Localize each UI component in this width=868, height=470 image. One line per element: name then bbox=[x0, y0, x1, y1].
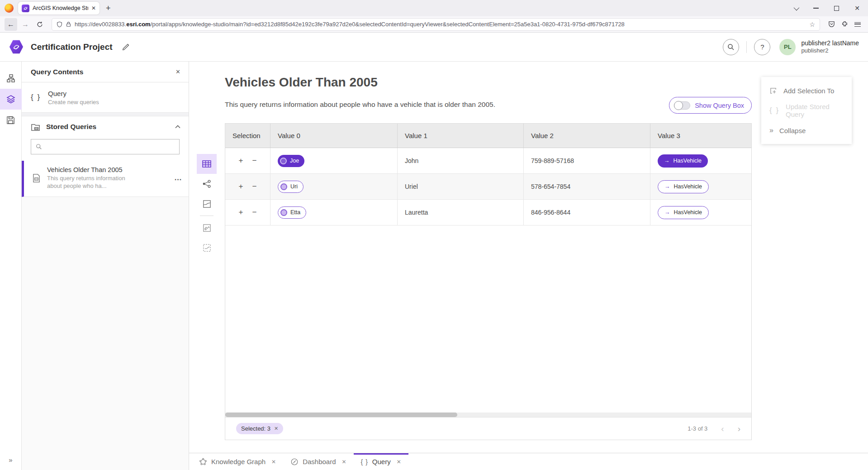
browser-tab[interactable]: ArcGIS Knowledge Studio ✕ bbox=[18, 2, 100, 14]
toggle-track[interactable] bbox=[674, 101, 690, 110]
column-header-value3[interactable]: Value 3 bbox=[650, 124, 751, 148]
stored-queries-header[interactable]: Stored Queries bbox=[22, 116, 189, 137]
relationship-pill[interactable]: →HasVehicle bbox=[658, 180, 709, 193]
entity-pill[interactable]: Joe bbox=[278, 155, 304, 167]
column-header-selection[interactable]: Selection bbox=[225, 124, 270, 148]
remove-selection-button[interactable]: − bbox=[252, 208, 257, 217]
entity-pill[interactable]: Uri bbox=[278, 181, 304, 193]
tab-query[interactable]: { } Query ✕ bbox=[354, 453, 408, 470]
selected-count-label: Selected: 3 bbox=[241, 425, 270, 432]
left-rail: » bbox=[0, 62, 22, 470]
add-to-map-button[interactable] bbox=[197, 218, 217, 238]
lock-icon[interactable] bbox=[66, 21, 71, 27]
table-row[interactable]: + − Joe John 759-889-57168 →HasVehicle bbox=[225, 148, 751, 174]
previous-page-button[interactable]: ‹ bbox=[721, 424, 724, 433]
pocket-icon[interactable] bbox=[828, 21, 835, 28]
query-list-item[interactable]: { } Query Create new queries bbox=[22, 82, 189, 112]
rail-item-save[interactable] bbox=[0, 110, 22, 130]
arcgis-knowledge-studio-app: Certification Project ? PL publisher2 la… bbox=[0, 33, 868, 470]
clear-selection-icon[interactable]: ✕ bbox=[274, 426, 278, 432]
tab-close-icon[interactable]: ✕ bbox=[397, 459, 401, 465]
menu-item-update-stored-query[interactable]: { } Update Stored Query bbox=[761, 101, 852, 120]
add-selection-button[interactable]: + bbox=[239, 156, 243, 165]
table-row[interactable]: + − Etta Lauretta 846-956-8644 →HasVehic… bbox=[225, 200, 751, 225]
pagination-count: 1-3 of 3 bbox=[688, 425, 707, 432]
user-info[interactable]: publisher2 lastName publisher2 bbox=[801, 39, 859, 55]
table-view-button[interactable] bbox=[197, 154, 217, 174]
search-button[interactable] bbox=[723, 39, 739, 55]
menu-item-add-selection-to[interactable]: Add Selection To bbox=[761, 81, 852, 101]
cell-value1[interactable]: Uriel bbox=[398, 174, 524, 199]
add-selection-icon bbox=[769, 87, 777, 95]
cell-value1[interactable]: John bbox=[398, 148, 524, 173]
column-header-value1[interactable]: Value 1 bbox=[398, 124, 524, 148]
braces-icon: { } bbox=[769, 106, 779, 115]
list-tabs-icon[interactable] bbox=[794, 5, 800, 10]
panel-close-icon[interactable]: ✕ bbox=[175, 68, 180, 75]
table-row[interactable]: + − Uri Uriel 578-654-7854 →HasVehicle bbox=[225, 174, 751, 200]
edit-title-button[interactable] bbox=[122, 43, 130, 51]
item-options-icon[interactable]: … bbox=[174, 173, 182, 182]
query-contents-panel: Query Contents ✕ { } Query Create new qu… bbox=[22, 62, 189, 470]
tab-close-icon[interactable]: ✕ bbox=[271, 459, 276, 465]
tab-close-icon[interactable]: ✕ bbox=[342, 459, 346, 465]
menu-hamburger-icon[interactable] bbox=[854, 22, 861, 27]
firefox-icon[interactable] bbox=[5, 4, 14, 13]
bookmark-star-icon[interactable]: ☆ bbox=[809, 21, 815, 28]
dashboard-gauge-icon bbox=[290, 458, 299, 466]
help-button[interactable]: ? bbox=[754, 39, 770, 55]
relationship-pill[interactable]: →HasVehicle bbox=[658, 206, 709, 219]
cell-value2[interactable]: 846-956-8644 bbox=[524, 200, 650, 225]
menu-item-collapse[interactable]: » Collapse bbox=[761, 120, 852, 140]
collapse-chevron-icon[interactable] bbox=[175, 125, 180, 129]
cell-value2[interactable]: 578-654-7854 bbox=[524, 174, 650, 199]
entity-node-icon bbox=[280, 183, 287, 190]
remove-selection-button[interactable]: − bbox=[252, 182, 257, 191]
braces-icon: { } bbox=[31, 93, 41, 102]
search-input[interactable] bbox=[46, 144, 175, 150]
back-button[interactable]: ← bbox=[5, 18, 17, 31]
window-minimize-button[interactable] bbox=[813, 8, 819, 9]
forward-button[interactable]: → bbox=[19, 18, 32, 31]
user-avatar[interactable]: PL bbox=[779, 39, 796, 55]
add-selection-button[interactable]: + bbox=[239, 182, 243, 191]
tab-close-icon[interactable]: ✕ bbox=[91, 5, 96, 11]
remove-selection-button[interactable]: − bbox=[252, 156, 257, 165]
arcgis-favicon-icon bbox=[22, 5, 29, 12]
window-close-button[interactable]: ✕ bbox=[854, 5, 860, 11]
tracking-shield-icon[interactable] bbox=[57, 21, 62, 28]
map-view-button[interactable] bbox=[197, 194, 217, 214]
window-maximize-button[interactable] bbox=[834, 6, 839, 11]
expand-rail-button[interactable]: » bbox=[9, 456, 12, 470]
entity-pill[interactable]: Etta bbox=[278, 206, 306, 219]
reload-button[interactable] bbox=[33, 18, 46, 31]
scrollbar-thumb[interactable] bbox=[225, 412, 457, 417]
show-query-box-toggle[interactable]: Show Query Box bbox=[669, 97, 752, 114]
column-header-value2[interactable]: Value 2 bbox=[524, 124, 650, 148]
column-header-value0[interactable]: Value 0 bbox=[270, 124, 398, 148]
selected-count-chip[interactable]: Selected: 3 ✕ bbox=[236, 423, 283, 434]
rail-item-hierarchy[interactable] bbox=[0, 68, 22, 89]
relationship-pill[interactable]: →HasVehicle bbox=[658, 154, 708, 168]
cell-value2[interactable]: 759-889-57168 bbox=[524, 148, 650, 173]
stored-query-item[interactable]: Vehicles Older Than 2005 This query retu… bbox=[22, 161, 189, 197]
tab-dashboard[interactable]: Dashboard ✕ bbox=[283, 453, 353, 470]
new-map-button[interactable] bbox=[197, 238, 217, 258]
stored-queries-search[interactable] bbox=[31, 139, 180, 154]
tab-knowledge-graph[interactable]: Knowledge Graph ✕ bbox=[192, 453, 283, 470]
cell-value1[interactable]: Lauretta bbox=[398, 200, 524, 225]
rail-item-contents[interactable] bbox=[0, 89, 22, 110]
new-tab-button[interactable]: + bbox=[106, 4, 111, 13]
braces-icon: { } bbox=[361, 458, 368, 465]
horizontal-scrollbar[interactable] bbox=[225, 412, 751, 417]
next-page-button[interactable]: › bbox=[738, 424, 740, 433]
result-view-toolbar bbox=[196, 154, 217, 258]
url-text[interactable]: https://dev0028833.esri.com/portal/apps/… bbox=[75, 21, 806, 28]
address-bar[interactable]: https://dev0028833.esri.com/portal/apps/… bbox=[52, 18, 820, 31]
project-title: Certification Project bbox=[31, 42, 113, 52]
extensions-puzzle-icon[interactable] bbox=[841, 21, 848, 28]
question-icon: ? bbox=[760, 43, 764, 51]
link-chart-view-button[interactable] bbox=[197, 174, 217, 194]
add-selection-button[interactable]: + bbox=[239, 208, 243, 217]
knowledge-graph-icon bbox=[199, 458, 207, 466]
